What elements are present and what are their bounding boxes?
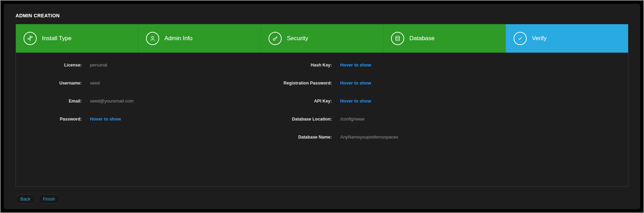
verify-summary: License: personal Username: seed Email: … (16, 53, 628, 186)
field-value: seed (90, 80, 100, 86)
finish-button[interactable]: Finish (38, 194, 60, 204)
step-label: Install Type (42, 35, 72, 42)
field-row-email: Email: seed@youremail.com (16, 98, 273, 104)
hover-to-show-value[interactable]: Hover to show (340, 80, 371, 86)
key-icon (269, 32, 282, 45)
signpost-icon (24, 32, 37, 45)
database-icon (391, 32, 404, 45)
field-row-hash-key: Hash Key: Hover to show (273, 62, 628, 68)
field-row-license: License: personal (16, 62, 273, 68)
field-label: Username: (16, 80, 82, 86)
user-icon (146, 32, 159, 45)
field-label: Registration Password: (273, 80, 332, 86)
screen: ADMIN CREATION Install Type (0, 0, 644, 213)
field-label: Email: (16, 98, 82, 104)
field-row-api-key: API Key: Hover to show (273, 98, 628, 104)
summary-right-column: Hash Key: Hover to show Registration Pas… (273, 62, 628, 186)
field-label: License: (16, 62, 82, 68)
field-value: AnyNameyouprefernospaces (340, 134, 398, 140)
field-row-username: Username: seed (16, 80, 273, 86)
check-icon (514, 32, 527, 45)
step-label: Verify (532, 35, 547, 42)
field-label: API Key: (273, 98, 332, 104)
step-verify[interactable]: Verify (506, 24, 628, 53)
field-row-registration-password: Registration Password: Hover to show (273, 80, 628, 86)
field-row-database-location: Database Location: /config/www (273, 116, 628, 122)
page-title: ADMIN CREATION (16, 13, 628, 18)
field-label: Password: (16, 116, 82, 122)
field-value: personal (90, 62, 107, 68)
back-button[interactable]: Back (16, 194, 35, 204)
field-row-password: Password: Hover to show (16, 116, 273, 122)
hover-to-show-value[interactable]: Hover to show (90, 116, 121, 122)
field-row-database-name: Database Name: AnyNameyouprefernospaces (273, 134, 628, 140)
step-database[interactable]: Database (383, 24, 506, 53)
step-label: Admin Info (164, 35, 192, 42)
field-label: Database Location: (273, 116, 332, 122)
hover-to-show-value[interactable]: Hover to show (340, 98, 371, 104)
wizard-stepper: Install Type Admin Info (16, 24, 628, 53)
step-label: Database (409, 35, 435, 42)
wizard-content-box: Install Type Admin Info (16, 24, 628, 187)
step-security[interactable]: Security (261, 24, 383, 53)
field-label: Hash Key: (273, 62, 332, 68)
admin-creation-panel: ADMIN CREATION Install Type (4, 4, 640, 209)
step-admin-info[interactable]: Admin Info (138, 24, 261, 53)
step-install-type[interactable]: Install Type (16, 24, 138, 53)
wizard-actions: Back Finish (16, 194, 628, 204)
summary-left-column: License: personal Username: seed Email: … (16, 62, 273, 186)
hover-to-show-value[interactable]: Hover to show (340, 62, 371, 68)
field-label: Database Name: (273, 134, 332, 140)
step-label: Security (287, 35, 308, 42)
field-value: /config/www (340, 116, 364, 122)
field-value: seed@youremail.com (90, 98, 134, 104)
